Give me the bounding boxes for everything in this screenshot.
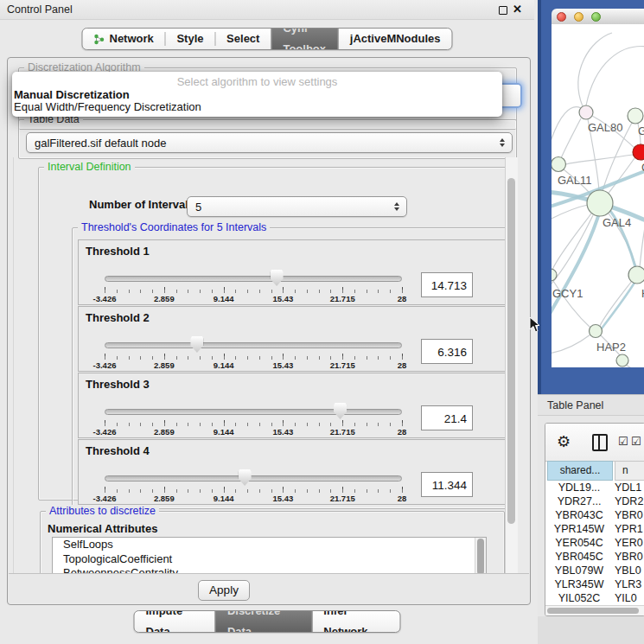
- numerical-attribute-item[interactable]: SelfLoops: [53, 538, 486, 552]
- cell-name[interactable]: YDL1: [613, 481, 641, 494]
- cell-shared-name[interactable]: YIL052C: [545, 591, 613, 603]
- tab-select[interactable]: Select: [215, 29, 271, 49]
- numerical-attribute-item[interactable]: TopologicalCoefficient: [53, 552, 486, 567]
- network-node[interactable]: [552, 157, 566, 172]
- panel-vertical-scrollbar[interactable]: [505, 157, 518, 574]
- table-row[interactable]: YPR145WYPR1: [545, 522, 644, 536]
- cell-shared-name[interactable]: YPR145W: [545, 522, 613, 536]
- threshold-4-box: Threshold 4 -3.4262.8599.14415.4321.7152…: [78, 439, 505, 505]
- table-row[interactable]: YBR043CYBR0: [545, 508, 644, 522]
- tab-style[interactable]: Style: [165, 29, 214, 49]
- cell-name[interactable]: YIL0: [613, 591, 637, 603]
- slider-track[interactable]: [105, 475, 402, 481]
- tab-cyni-toolbox[interactable]: Cyni Toolbox: [271, 29, 338, 49]
- control-panel-window: Control Panel ✕ Network Style Select: [0, 0, 534, 644]
- dropdown-option-manual-discretization[interactable]: Manual Discretization: [14, 88, 130, 101]
- table-row[interactable]: YDL19...YDL1: [545, 481, 644, 494]
- close-icon[interactable]: ✕: [513, 0, 522, 19]
- number-of-intervals-combobox[interactable]: 5: [187, 196, 407, 217]
- threshold-value-field[interactable]: 11.344: [421, 472, 473, 497]
- tab-discretize-data[interactable]: Discretize Data: [215, 611, 312, 632]
- cell-shared-name[interactable]: YLR345W: [545, 577, 613, 591]
- tab-impute-data[interactable]: Impute Data: [135, 611, 215, 632]
- gear-icon[interactable]: ⚙: [557, 430, 571, 453]
- table-row[interactable]: YDR27...YDR2: [545, 494, 644, 508]
- network-node[interactable]: [616, 354, 628, 367]
- cell-name[interactable]: YLR3: [613, 577, 641, 591]
- cell-shared-name[interactable]: YER054C: [545, 536, 613, 550]
- slider-thumb[interactable]: [271, 270, 284, 286]
- cell-name[interactable]: YDR2: [613, 494, 643, 508]
- column-header-shared-name[interactable]: shared...: [547, 461, 613, 481]
- table-horizontal-scrollbar[interactable]: [545, 605, 644, 615]
- spinner-arrows-icon: [500, 138, 505, 147]
- close-traffic-light-icon[interactable]: [557, 12, 566, 22]
- cell-name[interactable]: YBR0: [613, 508, 643, 522]
- threshold-value-field[interactable]: 14.713: [421, 272, 473, 297]
- network-node[interactable]: [628, 108, 643, 124]
- network-graph: GAL80GACGAL11GAL4GCY1HHAP2: [552, 24, 644, 367]
- threshold-label: Threshold 3: [86, 378, 150, 391]
- float-window-icon[interactable]: [499, 6, 507, 15]
- split-columns-icon[interactable]: [592, 434, 608, 451]
- network-edge: [552, 205, 588, 221]
- dropdown-option-equal-width-frequency[interactable]: Equal Width/Frequency Discretization: [14, 100, 201, 113]
- network-node[interactable]: [590, 325, 603, 338]
- table-row[interactable]: YER054CYER0: [545, 536, 644, 550]
- control-panel-titlebar: Control Panel ✕: [0, 0, 534, 20]
- cell-name[interactable]: YPR1: [613, 522, 643, 536]
- tab-network[interactable]: Network: [82, 29, 164, 49]
- threshold-value-field[interactable]: 21.4: [421, 405, 473, 430]
- slider-tick-labels: -3.4262.8599.14415.4321.71528: [105, 494, 402, 504]
- slider-track[interactable]: [105, 276, 402, 282]
- column-header-name[interactable]: n: [615, 461, 644, 481]
- minimize-traffic-light-icon[interactable]: [574, 12, 583, 22]
- slider-minor-ticks: [105, 356, 403, 360]
- cell-shared-name[interactable]: YDL19...: [545, 481, 613, 494]
- cell-shared-name[interactable]: YBR043C: [545, 508, 613, 522]
- network-node[interactable]: [633, 144, 644, 160]
- slider-thumb[interactable]: [239, 469, 252, 486]
- scrollbar-thumb[interactable]: [507, 178, 515, 524]
- table-toolbar: ⚙ ☑ ☑: [545, 424, 644, 462]
- zoom-traffic-light-icon[interactable]: [591, 12, 601, 22]
- slider-track[interactable]: [105, 409, 402, 415]
- network-canvas[interactable]: GAL80GACGAL11GAL4GCY1HHAP2: [552, 24, 644, 367]
- checkbox-icon[interactable]: ☑: [631, 435, 641, 448]
- table-row[interactable]: YLR345WYLR3: [545, 577, 644, 591]
- slider-thumb[interactable]: [334, 403, 347, 419]
- table-row[interactable]: YBL079WYBL0: [545, 564, 644, 577]
- threshold-label: Threshold 2: [86, 311, 150, 324]
- checkbox-icon[interactable]: ☑: [618, 435, 628, 448]
- numerical-attributes-list[interactable]: SelfLoopsTopologicalCoefficientBetweenne…: [52, 537, 487, 574]
- slider-track[interactable]: [105, 342, 402, 348]
- scrollbar-thumb[interactable]: [477, 539, 484, 574]
- apply-button[interactable]: Apply: [198, 580, 250, 601]
- network-node[interactable]: [587, 190, 613, 216]
- threshold-2-slider[interactable]: -3.4262.8599.14415.4321.71528: [105, 336, 403, 371]
- slider-tick-label: 15.43: [273, 494, 294, 503]
- cell-shared-name[interactable]: YDR27...: [545, 494, 613, 508]
- network-node[interactable]: [628, 266, 644, 284]
- cell-shared-name[interactable]: YBR045C: [545, 550, 613, 564]
- threshold-4-slider[interactable]: -3.4262.8599.14415.4321.71528: [105, 469, 403, 504]
- tab-jactivemnodules[interactable]: jActiveMNodules: [339, 29, 452, 49]
- table-data-combobox[interactable]: galFiltered.sif default node: [26, 132, 513, 153]
- threshold-1-slider[interactable]: -3.4262.8599.14415.4321.71528: [105, 270, 403, 304]
- threshold-value-field[interactable]: 6.316: [421, 339, 473, 364]
- scrollbar-thumb[interactable]: [547, 608, 639, 614]
- tab-infer-network[interactable]: Infer Network: [312, 611, 399, 632]
- cell-name[interactable]: YER0: [613, 536, 643, 550]
- network-node[interactable]: [579, 105, 593, 119]
- threshold-3-slider[interactable]: -3.4262.8599.14415.4321.71528: [105, 403, 403, 437]
- list-scrollbar[interactable]: [475, 538, 486, 574]
- table-row[interactable]: YIL052CYIL0: [545, 591, 644, 603]
- group-title: Interval Definition: [44, 161, 135, 173]
- network-edge: [552, 215, 593, 290]
- cell-shared-name[interactable]: YBL079W: [545, 564, 613, 577]
- slider-thumb[interactable]: [190, 336, 203, 353]
- table-row[interactable]: YBR045CYBR0: [545, 550, 644, 564]
- network-node[interactable]: [552, 269, 557, 281]
- cell-name[interactable]: YBL0: [613, 564, 641, 577]
- cell-name[interactable]: YBR0: [613, 550, 643, 564]
